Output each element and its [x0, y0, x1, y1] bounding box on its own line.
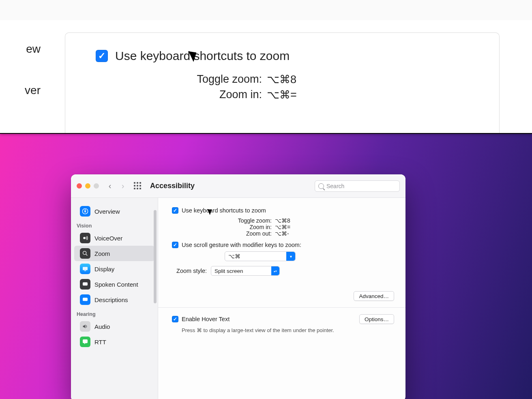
- svg-text:99: 99: [84, 298, 86, 300]
- toggle-zoom-label: Toggle zoom:: [231, 217, 272, 224]
- window-toolbar: ‹ › Accessibility Search: [71, 174, 405, 198]
- minimize-button[interactable]: [85, 183, 90, 189]
- sidebar-label-descriptions: Descriptions: [94, 296, 128, 303]
- use-kb-shortcuts-row: Use keyboard shortcuts to zoom: [172, 207, 394, 214]
- display-icon: [80, 264, 90, 274]
- svg-point-1: [85, 209, 86, 210]
- svg-rect-4: [83, 267, 88, 270]
- overlay-frag-text-1: ew: [0, 20, 41, 56]
- search-field[interactable]: Search: [315, 180, 400, 192]
- zoom-out-keys: ⌥⌘-: [275, 230, 289, 237]
- fullscreen-button[interactable]: [94, 183, 99, 189]
- content-pane: Use keyboard shortcuts to zoom Toggle zo…: [158, 198, 405, 399]
- overlay-sidebar-fragment: ew ver: [0, 20, 41, 97]
- hover-text-checkbox[interactable]: [172, 316, 178, 322]
- modifier-key-select[interactable]: ⌥⌘ ▾: [225, 251, 296, 261]
- shortcut-list: Toggle zoom: ⌥⌘8 Zoom in: ⌥⌘= Zoom out: …: [231, 217, 394, 237]
- use-scroll-gesture-row: Use scroll gesture with modifier keys to…: [172, 242, 394, 248]
- zoom-style-label: Zoom style:: [172, 268, 207, 274]
- zoom-style-row: Zoom style: Split screen ▴▾: [172, 266, 394, 276]
- modifier-key-value: ⌥⌘: [228, 253, 240, 260]
- hover-text-label: Enable Hover Text: [182, 316, 230, 322]
- overlay-titlebar-frag: [0, 0, 532, 20]
- overlay-toggle-label: Toggle zoom:: [191, 73, 262, 86]
- hover-text-row: Enable Hover Text Options…: [172, 314, 394, 324]
- overlay-shortcut-list: Toggle zoom: ⌥⌘8 Zoom in: ⌥⌘=: [191, 73, 499, 101]
- use-scroll-gesture-label: Use scroll gesture with modifier keys to…: [182, 242, 301, 248]
- toggle-zoom-keys: ⌥⌘8: [275, 217, 290, 224]
- sidebar-item-rtt[interactable]: RTT: [74, 334, 154, 350]
- search-icon: [318, 183, 324, 189]
- window-title: Accessibility: [150, 182, 195, 190]
- chevron-down-icon: ▾: [286, 252, 295, 261]
- overlay-use-kb-label: Use keyboard shortcuts to zoom: [115, 49, 290, 63]
- search-placeholder: Search: [326, 183, 344, 189]
- voiceover-icon: [80, 233, 90, 243]
- sidebar-item-voiceover[interactable]: VoiceOver: [74, 230, 154, 246]
- overlay-frag-text-2: ver: [0, 56, 41, 97]
- audio-icon: [80, 321, 90, 332]
- sidebar-item-spoken[interactable]: Spoken Content: [74, 277, 154, 292]
- back-button[interactable]: ‹: [105, 181, 114, 191]
- sidebar-item-display[interactable]: Display: [74, 261, 154, 277]
- updown-caret-icon: ▴▾: [271, 266, 279, 275]
- sidebar-label-rtt: RTT: [94, 339, 106, 345]
- sidebar-header-hearing: Hearing: [71, 307, 158, 319]
- overlay-toggle-keys: ⌥⌘8: [267, 73, 296, 86]
- zoom-out-label: Zoom out:: [231, 230, 272, 237]
- sidebar-item-overview[interactable]: Overview: [74, 204, 154, 219]
- overlay-in-keys: ⌥⌘=: [267, 88, 297, 101]
- sidebar-label-spoken: Spoken Content: [94, 281, 138, 288]
- overlay-use-kb-checkbox[interactable]: [96, 50, 108, 62]
- zoom-icon: [80, 248, 90, 259]
- use-scroll-gesture-checkbox[interactable]: [172, 242, 178, 248]
- sidebar-header-vision: Vision: [71, 219, 158, 230]
- advanced-button[interactable]: Advanced…: [354, 291, 394, 301]
- zoom-split-overlay: ew ver Use keyboard shortcuts to zoom To…: [0, 0, 532, 134]
- sidebar-label-display: Display: [94, 266, 114, 272]
- sidebar-label-overview: Overview: [94, 208, 120, 215]
- sidebar-label-zoom: Zoom: [94, 250, 110, 257]
- zoom-style-value: Split screen: [215, 268, 243, 274]
- forward-button[interactable]: ›: [118, 181, 127, 191]
- zoom-style-select[interactable]: Split screen ▴▾: [211, 266, 280, 276]
- sidebar-label-voiceover: VoiceOver: [94, 235, 122, 242]
- hover-text-hint: Press ⌘ to display a large-text view of …: [182, 327, 394, 333]
- svg-point-2: [83, 237, 85, 239]
- svg-point-3: [83, 251, 86, 255]
- svg-rect-6: [83, 282, 88, 285]
- divider: [158, 307, 405, 308]
- use-kb-shortcuts-checkbox[interactable]: [172, 207, 178, 214]
- accessibility-icon: [80, 206, 90, 217]
- sidebar-item-descriptions[interactable]: 99 Descriptions: [74, 292, 154, 307]
- sidebar-scrollbar-thumb[interactable]: [154, 210, 157, 303]
- sidebar-item-zoom[interactable]: Zoom: [74, 246, 154, 261]
- sidebar: Overview Vision VoiceOver Zoom Displa: [71, 198, 158, 399]
- options-button-label: Options…: [365, 316, 389, 322]
- svg-rect-5: [84, 270, 86, 271]
- overlay-in-label: Zoom in:: [191, 88, 262, 101]
- traffic-lights: [77, 183, 99, 189]
- rtt-icon: [80, 337, 90, 347]
- use-kb-shortcuts-label: Use keyboard shortcuts to zoom: [182, 207, 266, 214]
- sidebar-item-audio[interactable]: Audio: [74, 319, 154, 334]
- descriptions-icon: 99: [80, 294, 90, 305]
- options-button[interactable]: Options…: [359, 314, 394, 324]
- close-button[interactable]: [77, 183, 82, 189]
- advanced-button-label: Advanced…: [359, 293, 389, 299]
- system-preferences-window: ‹ › Accessibility Search Overview Vision: [71, 174, 405, 399]
- overlay-content-panel: Use keyboard shortcuts to zoom Toggle zo…: [65, 32, 500, 133]
- overlay-use-kb-row: Use keyboard shortcuts to zoom: [96, 49, 499, 63]
- show-all-grid-icon[interactable]: [134, 182, 142, 190]
- spoken-content-icon: [80, 279, 90, 290]
- zoom-in-label: Zoom in:: [231, 224, 272, 230]
- sidebar-label-audio: Audio: [94, 323, 110, 330]
- zoom-in-keys: ⌥⌘=: [275, 224, 290, 230]
